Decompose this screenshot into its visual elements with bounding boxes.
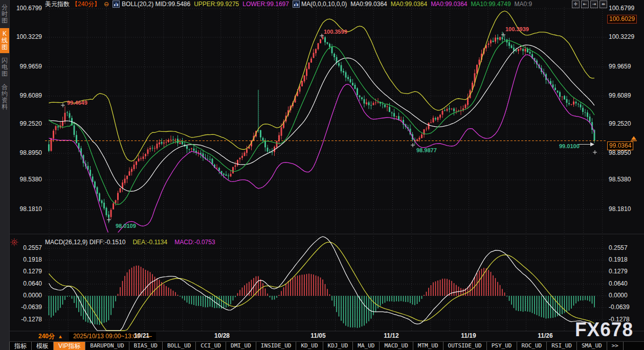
x-axis-date-label: 10/28 <box>211 332 233 339</box>
price-tick-label: 98.5380 <box>9 176 42 183</box>
toolbar-tab-templates[interactable]: 模板 <box>32 342 54 350</box>
price-tick-label: 100.6799 <box>9 5 42 12</box>
chart-tools: ✛ ⇤ ⇥ ⇻ <box>572 1 607 8</box>
trading-app: 100.6799100.6799100.3229100.322999.96599… <box>0 0 644 350</box>
macd-tick-label: 0.1279 <box>609 268 642 275</box>
boll-upper-label: UPPER:99.9275 <box>194 1 239 8</box>
x-axis-date-label: 11/05 <box>307 332 329 339</box>
macd-tick-label: -0.0639 <box>9 304 42 311</box>
sidebar-item-kline-chart[interactable]: K线图 <box>0 28 9 53</box>
x-axis-row: 240分 ▲ 2025/10/13 09:00~13:00 — 10/2110/… <box>9 331 644 341</box>
toolbar-tab-ma[interactable]: MA_UD <box>353 342 380 350</box>
price-tick-label: 99.6089 <box>609 92 642 99</box>
indicator-header: 美元指数 【240分】 ⊖ BOLL(20,2) MID:99.5486 UPP… <box>45 0 644 8</box>
x-axis-date-label: 11/26 <box>534 332 557 339</box>
chart-canvas[interactable] <box>0 0 644 350</box>
macd-tick-label: 0.0640 <box>9 280 42 287</box>
symbol-name: 美元指数 <box>45 0 70 9</box>
ma-group-label: MA(0,0,0,10,0,0) <box>301 1 347 8</box>
ma10-label: MA10:99.4749 <box>471 1 511 8</box>
price-tick-label: 98.1810 <box>609 205 642 213</box>
period-up-arrow-icon[interactable]: ▲ <box>58 334 63 339</box>
toolbar-tab-mtm[interactable]: MTM_UD <box>413 342 443 350</box>
price-tick-label: 98.1810 <box>9 205 42 213</box>
macd-tick-label: 0.2557 <box>609 244 642 251</box>
price-annotation: 100.3599 <box>324 29 347 35</box>
period-badge[interactable]: 240分 <box>38 332 55 341</box>
toolbar-tab-roc[interactable]: ROC_UD <box>517 342 547 350</box>
x-axis-date-label: 11/12 <box>380 332 403 339</box>
sidebar-item-time-chart[interactable]: 分时图 <box>0 2 9 27</box>
zoom-right-icon[interactable]: ⇥ <box>590 1 598 8</box>
price-tick-label: 98.8950 <box>9 149 42 156</box>
macd-tick-label: -0.1278 <box>9 316 42 323</box>
price-tick-label: 99.2520 <box>609 120 642 127</box>
toolbar-tab-kdj[interactable]: KDJ_UD <box>323 342 353 350</box>
price-tick-label: 99.9659 <box>609 63 642 70</box>
price-tick-label: 100.3229 <box>9 33 42 40</box>
collapse-icon[interactable]: ⊖ <box>104 1 109 8</box>
toolbar-tab-dmi[interactable]: DMI_UD <box>226 342 256 350</box>
x-axis-date-label: 10/21 <box>130 332 153 339</box>
zoom-left-icon[interactable]: ⇤ <box>581 1 589 8</box>
toolbar-tab-cci[interactable]: CCI_UD <box>196 342 226 350</box>
price-tick-label: 99.2520 <box>9 120 42 127</box>
toolbar-tab-psy[interactable]: PSY_UD <box>487 342 517 350</box>
current-price-badge: 99.0364 <box>607 142 633 150</box>
ma0-white-label: MA0:99.0364 <box>350 1 387 8</box>
ma0-gray-label: MA0:9 <box>515 1 532 8</box>
price-annotation: 98.0109 <box>116 223 136 229</box>
price-tick-label: 99.9659 <box>9 63 42 70</box>
macd-tick-label: 0.1918 <box>609 256 642 263</box>
macd-header: MACD(26,12,9) DIFF:-0.1510 DEA:-0.1134 M… <box>45 239 215 246</box>
toolbar-tab-vip-indicators[interactable]: VIP指标 <box>54 342 85 350</box>
macd-tick-label: -0.0639 <box>609 304 642 311</box>
sidebar-item-contract-info[interactable]: 合约资料 <box>0 81 9 113</box>
toolbar-tab-outside[interactable]: OUTSIDE_UD <box>443 342 487 350</box>
macd-tick-label: 0.1918 <box>9 256 42 263</box>
crosshair-icon[interactable]: ✛ <box>572 1 580 8</box>
pan-right-icon[interactable]: ⇻ <box>599 1 607 8</box>
toolbar-tab-boll[interactable]: BOLL_UD <box>163 342 196 350</box>
macd-tick-label: 0.1279 <box>9 268 42 275</box>
fx678-logo: FX678 <box>575 318 633 341</box>
toolbar-tab-sma[interactable]: SMA_UD <box>577 342 607 350</box>
price-annotation: 99.4649 <box>67 100 87 106</box>
macd-alert-icon[interactable] <box>10 238 18 246</box>
price-tick-label: 99.6089 <box>9 92 42 99</box>
date-range-label: 2025/10/13 09:00~13:00 <box>73 333 140 340</box>
toolbar-tab-indicators[interactable]: 指标 <box>9 342 32 350</box>
macd-tick-label: 0.0640 <box>609 280 642 287</box>
session-high-badge: 100.6029 <box>607 15 637 24</box>
macd-title: MACD(26,12,9) DIFF:-0.1510 <box>45 239 125 246</box>
price-annotation: 100.3939 <box>505 26 529 32</box>
boll-indicator-icon[interactable] <box>113 1 120 8</box>
ma0-magenta-label: MA0:99.0364 <box>431 1 467 8</box>
price-tick-label: 98.5380 <box>609 176 642 183</box>
boll-lower-label: LOWER:99.1697 <box>242 1 289 8</box>
toolbar-tab-more[interactable]: >> <box>607 342 624 350</box>
macd-bar-label: MACD:-0.0753 <box>174 239 215 246</box>
period-label: 【240分】 <box>72 0 100 9</box>
price-annotation: 99.0100 <box>559 143 580 149</box>
macd-tick-label: 0.0000 <box>609 292 642 299</box>
ma-indicator-icon[interactable] <box>293 1 300 8</box>
left-sidebar: 分时图K线图闪电图合约资料 <box>0 0 10 350</box>
price-tick-label: 100.3229 <box>609 33 642 40</box>
toolbar-tab-rsi[interactable]: RSI_UD <box>547 342 577 350</box>
bottom-toolbar: 指标模板VIP指标BARUPDN_UDBIAS_UDBOLL_UDCCI_UDD… <box>9 341 644 350</box>
toolbar-tab-macd[interactable]: MACD_UD <box>380 342 413 350</box>
toolbar-tab-inside[interactable]: INSIDE_UD <box>256 342 297 350</box>
sidebar-item-flash-chart[interactable]: 闪电图 <box>0 55 9 80</box>
ma0-yellow-label: MA0:99.0364 <box>391 1 427 8</box>
macd-tick-label: 0.0000 <box>9 292 42 299</box>
x-axis-date-label: 11/19 <box>457 332 480 339</box>
macd-dea-label: DEA:-0.1134 <box>132 239 167 246</box>
toolbar-tab-kd[interactable]: KD_UD <box>296 342 323 350</box>
toolbar-tab-bias[interactable]: BIAS_UD <box>129 342 163 350</box>
boll-label: BOLL(20,2) MID:99.5486 <box>122 1 190 8</box>
price-annotation: 98.9877 <box>416 147 437 153</box>
toolbar-tab-barupdn[interactable]: BARUPDN_UD <box>85 342 129 350</box>
